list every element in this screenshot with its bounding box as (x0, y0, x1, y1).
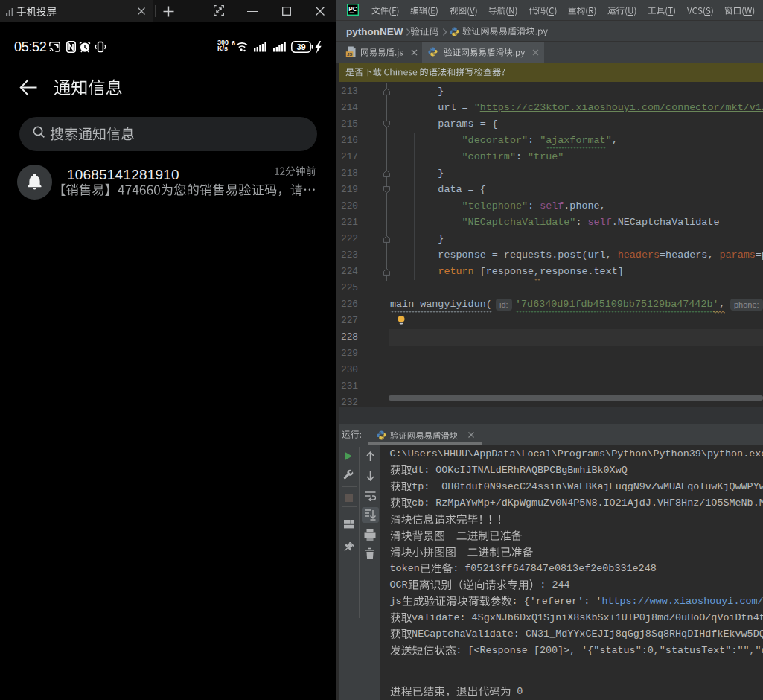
svg-text:39: 39 (296, 42, 305, 51)
svg-text:JS: JS (347, 52, 352, 57)
svg-text:PC: PC (348, 6, 357, 13)
